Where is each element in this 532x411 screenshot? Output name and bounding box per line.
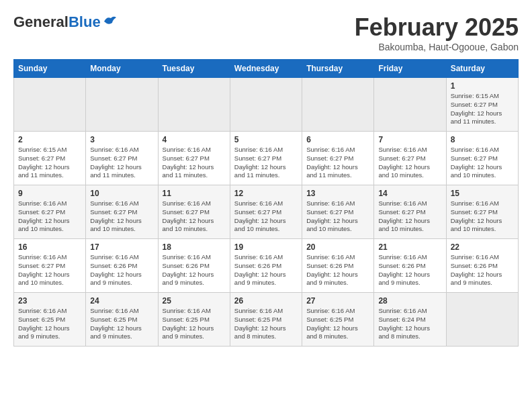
week-row-2: 2Sunrise: 6:15 AMSunset: 6:27 PMDaylight… [14,132,519,185]
day-number: 5 [234,135,298,144]
day-cell: 26Sunrise: 6:16 AMSunset: 6:25 PMDayligh… [230,293,302,347]
day-cell [374,78,446,132]
day-number: 18 [163,242,226,252]
day-detail: Sunrise: 6:16 AMSunset: 6:27 PMDaylight:… [90,146,153,180]
calendar-title: February 2025 [355,13,519,42]
day-number: 26 [234,296,298,306]
day-detail: Sunrise: 6:16 AMSunset: 6:27 PMDaylight:… [451,199,514,234]
logo-blue: Blue [69,13,101,30]
day-cell: 2Sunrise: 6:15 AMSunset: 6:27 PMDaylight… [14,132,86,185]
day-number: 21 [378,242,441,252]
day-number: 7 [378,135,441,144]
day-detail: Sunrise: 6:16 AMSunset: 6:27 PMDaylight:… [234,199,298,234]
day-cell: 27Sunrise: 6:16 AMSunset: 6:25 PMDayligh… [302,293,374,347]
day-cell [230,78,302,132]
week-row-4: 16Sunrise: 6:16 AMSunset: 6:27 PMDayligh… [14,239,519,293]
day-number: 15 [451,189,514,198]
day-detail: Sunrise: 6:16 AMSunset: 6:26 PMDaylight:… [378,253,441,287]
day-cell: 15Sunrise: 6:16 AMSunset: 6:27 PMDayligh… [446,185,518,239]
day-cell: 1Sunrise: 6:15 AMSunset: 6:27 PMDaylight… [446,78,518,132]
day-cell: 24Sunrise: 6:16 AMSunset: 6:25 PMDayligh… [86,293,158,347]
day-detail: Sunrise: 6:16 AMSunset: 6:27 PMDaylight:… [163,146,226,180]
day-detail: Sunrise: 6:16 AMSunset: 6:26 PMDaylight:… [234,253,298,287]
day-detail: Sunrise: 6:16 AMSunset: 6:25 PMDaylight:… [163,307,226,341]
day-cell [446,293,518,347]
day-detail: Sunrise: 6:16 AMSunset: 6:27 PMDaylight:… [378,146,441,180]
day-detail: Sunrise: 6:16 AMSunset: 6:27 PMDaylight:… [306,199,369,234]
logo-general: General [13,13,69,30]
day-number: 9 [18,189,81,198]
day-cell: 9Sunrise: 6:16 AMSunset: 6:27 PMDaylight… [14,185,86,239]
calendar-table: Sunday Monday Tuesday Wednesday Thursday… [13,59,519,347]
day-number: 3 [90,135,153,144]
logo: GeneralBlue [13,13,118,31]
day-detail: Sunrise: 6:16 AMSunset: 6:27 PMDaylight:… [18,253,81,287]
day-number: 20 [306,242,369,252]
week-row-5: 23Sunrise: 6:16 AMSunset: 6:25 PMDayligh… [14,293,519,347]
header-saturday: Saturday [446,60,518,78]
week-row-1: 1Sunrise: 6:15 AMSunset: 6:27 PMDaylight… [14,78,519,132]
day-cell: 19Sunrise: 6:16 AMSunset: 6:26 PMDayligh… [230,239,302,293]
day-cell: 23Sunrise: 6:16 AMSunset: 6:25 PMDayligh… [14,293,86,347]
header-row: Sunday Monday Tuesday Wednesday Thursday… [14,60,519,78]
day-detail: Sunrise: 6:16 AMSunset: 6:27 PMDaylight:… [451,146,514,180]
day-cell [14,78,86,132]
day-cell: 25Sunrise: 6:16 AMSunset: 6:25 PMDayligh… [158,293,230,347]
day-detail: Sunrise: 6:16 AMSunset: 6:25 PMDaylight:… [306,307,369,341]
day-number: 10 [90,189,153,198]
day-detail: Sunrise: 6:16 AMSunset: 6:27 PMDaylight:… [18,199,81,234]
week-row-3: 9Sunrise: 6:16 AMSunset: 6:27 PMDaylight… [14,185,519,239]
day-detail: Sunrise: 6:15 AMSunset: 6:27 PMDaylight:… [451,92,514,126]
day-cell [302,78,374,132]
day-detail: Sunrise: 6:16 AMSunset: 6:26 PMDaylight:… [163,253,226,287]
day-detail: Sunrise: 6:16 AMSunset: 6:27 PMDaylight:… [378,199,441,234]
day-cell: 6Sunrise: 6:16 AMSunset: 6:27 PMDaylight… [302,132,374,185]
day-number: 22 [451,242,514,252]
day-cell [86,78,158,132]
day-detail: Sunrise: 6:16 AMSunset: 6:25 PMDaylight:… [234,307,298,341]
day-number: 25 [163,296,226,306]
day-cell: 18Sunrise: 6:16 AMSunset: 6:26 PMDayligh… [158,239,230,293]
day-detail: Sunrise: 6:16 AMSunset: 6:26 PMDaylight:… [90,253,153,287]
day-cell: 7Sunrise: 6:16 AMSunset: 6:27 PMDaylight… [374,132,446,185]
day-detail: Sunrise: 6:16 AMSunset: 6:24 PMDaylight:… [378,307,441,341]
day-number: 16 [18,242,81,252]
day-cell: 13Sunrise: 6:16 AMSunset: 6:27 PMDayligh… [302,185,374,239]
day-number: 8 [451,135,514,144]
day-cell: 11Sunrise: 6:16 AMSunset: 6:27 PMDayligh… [158,185,230,239]
day-number: 11 [163,189,226,198]
header-thursday: Thursday [302,60,374,78]
day-number: 13 [306,189,369,198]
day-cell: 10Sunrise: 6:16 AMSunset: 6:27 PMDayligh… [86,185,158,239]
day-detail: Sunrise: 6:16 AMSunset: 6:26 PMDaylight:… [306,253,369,287]
day-detail: Sunrise: 6:16 AMSunset: 6:25 PMDaylight:… [90,307,153,341]
day-number: 2 [18,135,81,144]
day-number: 6 [306,135,369,144]
title-block: February 2025 Bakoumba, Haut-Ogooue, Gab… [355,13,519,52]
day-number: 19 [234,242,298,252]
day-cell [158,78,230,132]
logo-text: GeneralBlue [13,13,101,31]
logo-bird-icon [103,15,118,27]
day-number: 17 [90,242,153,252]
header-tuesday: Tuesday [158,60,230,78]
header-monday: Monday [86,60,158,78]
header-wednesday: Wednesday [230,60,302,78]
day-cell: 21Sunrise: 6:16 AMSunset: 6:26 PMDayligh… [374,239,446,293]
day-detail: Sunrise: 6:16 AMSunset: 6:25 PMDaylight:… [18,307,81,341]
calendar-header: Sunday Monday Tuesday Wednesday Thursday… [14,60,519,78]
day-cell: 22Sunrise: 6:16 AMSunset: 6:26 PMDayligh… [446,239,518,293]
day-cell: 8Sunrise: 6:16 AMSunset: 6:27 PMDaylight… [446,132,518,185]
day-cell: 4Sunrise: 6:16 AMSunset: 6:27 PMDaylight… [158,132,230,185]
page-header: GeneralBlue February 2025 Bakoumba, Haut… [13,13,519,52]
day-cell: 14Sunrise: 6:16 AMSunset: 6:27 PMDayligh… [374,185,446,239]
day-detail: Sunrise: 6:16 AMSunset: 6:27 PMDaylight:… [90,199,153,234]
day-detail: Sunrise: 6:15 AMSunset: 6:27 PMDaylight:… [18,146,81,180]
day-number: 28 [378,296,441,306]
day-number: 1 [451,81,514,91]
day-detail: Sunrise: 6:16 AMSunset: 6:27 PMDaylight:… [163,199,226,234]
day-number: 23 [18,296,81,306]
day-number: 27 [306,296,369,306]
day-cell: 16Sunrise: 6:16 AMSunset: 6:27 PMDayligh… [14,239,86,293]
day-detail: Sunrise: 6:16 AMSunset: 6:26 PMDaylight:… [451,253,514,287]
